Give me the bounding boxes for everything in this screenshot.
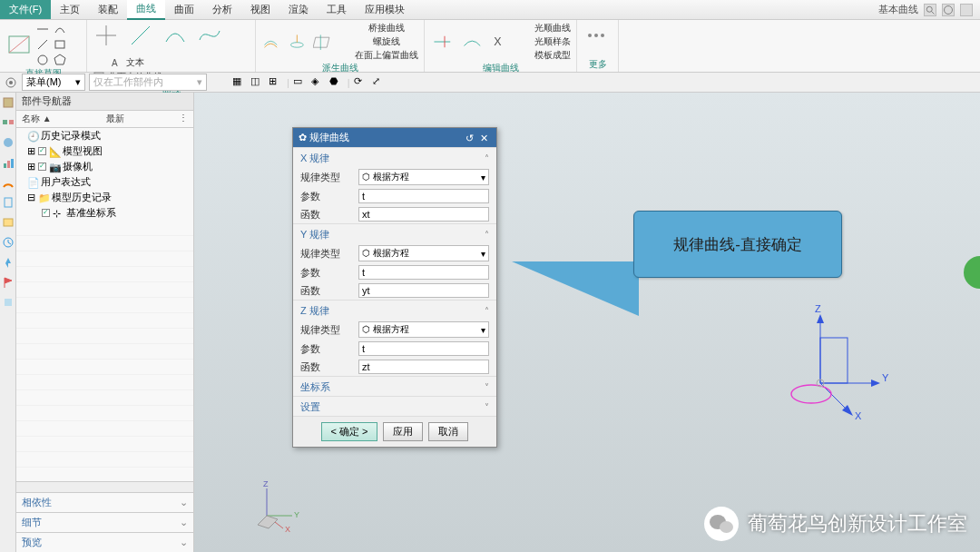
menu-tools[interactable]: 工具 [318, 0, 356, 19]
sketch-icon[interactable] [5, 31, 33, 58]
face-offset-curve[interactable]: 在面上偏置曲线 [339, 49, 418, 62]
xform-icon[interactable]: X [489, 28, 514, 55]
nav-sec-preview[interactable]: 预览⌄ [16, 532, 193, 552]
nav-item-datum-csys[interactable]: ⊹基准坐标系 [16, 205, 193, 221]
lt-nav-icon[interactable] [2, 96, 15, 109]
ok-button[interactable]: < 确定 > [321, 422, 378, 441]
more-icon[interactable] [583, 22, 610, 49]
lt-asm-icon[interactable] [2, 116, 15, 129]
nav-item-model-view[interactable]: ⊞📐模型视图 [16, 143, 193, 159]
menu-dropdown[interactable]: 菜单(M)▾ [22, 74, 85, 91]
gear-icon[interactable] [4, 75, 18, 90]
svg-point-46 [791, 385, 831, 403]
y-law-type[interactable]: ⬡ 根据方程▾ [358, 245, 489, 261]
section-z[interactable]: Z 规律˄ [293, 300, 496, 320]
length-icon[interactable] [460, 28, 485, 55]
tb-ico-8[interactable]: ⤢ [372, 75, 387, 90]
x-func[interactable]: xt [358, 207, 489, 222]
line-icon[interactable] [35, 37, 50, 52]
menu-assembly[interactable]: 装配 [89, 0, 127, 19]
menu-curve[interactable]: 曲线 [127, 0, 165, 20]
search-icon[interactable] [924, 4, 936, 16]
project-icon[interactable] [288, 28, 307, 55]
lt-pin-icon[interactable] [2, 256, 15, 269]
section-x[interactable]: X 规律˄ [293, 147, 496, 167]
section-settings[interactable]: 设置˅ [293, 396, 496, 416]
x-param[interactable]: t [358, 189, 489, 203]
nav-col-name[interactable]: 名称 ▲ [22, 113, 52, 125]
nav-item-history-mode[interactable]: 🕘历史记录模式 [16, 128, 193, 143]
min-icon[interactable] [960, 4, 973, 16]
tb-ico-4[interactable]: ▭ [293, 75, 308, 90]
tb-ico-7[interactable]: ⟳ [354, 75, 368, 90]
menu-render[interactable]: 渲染 [279, 0, 318, 19]
cross-icon[interactable] [93, 22, 120, 49]
section-csys[interactable]: 坐标系˅ [293, 376, 496, 396]
z-law-type[interactable]: ⬡ 根据方程▾ [358, 321, 489, 338]
menu-application[interactable]: 应用模块 [356, 0, 414, 19]
poly-icon[interactable] [53, 53, 67, 67]
lt-chart-icon[interactable] [2, 156, 15, 169]
circle-icon[interactable] [35, 53, 50, 67]
helix[interactable]: 螺旋线 [358, 35, 400, 48]
callout-tail [512, 261, 639, 316]
lt-radar-icon[interactable] [2, 176, 15, 189]
cancel-button[interactable]: 取消 [428, 422, 468, 441]
point-icon[interactable] [35, 22, 50, 36]
smooth-spline[interactable]: 光顺样条 [519, 35, 571, 48]
viewport[interactable]: 规律曲线-直接确定 Z Y X Z [194, 93, 980, 552]
lt-last-icon[interactable] [2, 296, 15, 309]
y-func[interactable]: yt [358, 283, 489, 298]
x-law-type[interactable]: ⬡ 根据方程▾ [358, 169, 489, 185]
help-icon[interactable] [942, 4, 955, 16]
y-param[interactable]: t [358, 265, 489, 280]
tb-ico-3[interactable]: ⊞ [269, 75, 283, 90]
rect-icon[interactable] [53, 37, 67, 52]
bridge-curve[interactable]: 桥接曲线 [353, 22, 405, 34]
menu-home[interactable]: 主页 [51, 0, 89, 19]
template-form[interactable]: 模板成型 [519, 49, 571, 62]
tb-ico-5[interactable]: ◈ [311, 75, 326, 90]
nav-sec-detail[interactable]: 细节⌄ [16, 512, 193, 532]
side-handle[interactable] [964, 256, 980, 289]
nav-item-model-history[interactable]: ⊟📁模型历史记录 [16, 190, 193, 205]
tb-ico-1[interactable]: ▦ [232, 75, 247, 90]
svg-point-28 [4, 138, 13, 147]
lt-img-icon[interactable] [2, 216, 15, 229]
z-param[interactable]: t [358, 341, 489, 356]
text-curve[interactable]: A文本 [111, 56, 144, 69]
lt-mat-icon[interactable] [2, 136, 15, 149]
arc2-icon[interactable] [162, 22, 189, 49]
svg-text:Z: Z [815, 303, 821, 314]
dialog-titlebar[interactable]: ✿ 规律曲线 ↺ ✕ [293, 128, 496, 147]
filter-dropdown[interactable]: 仅在工作部件内▾ [89, 74, 207, 91]
line2-icon[interactable] [127, 22, 154, 49]
lt-clip-icon[interactable] [2, 196, 15, 209]
offset-icon[interactable] [261, 28, 280, 55]
trim-icon[interactable] [430, 28, 455, 55]
menu-surface[interactable]: 曲面 [165, 0, 203, 19]
arc-icon[interactable] [53, 22, 67, 36]
dialog-reset-icon[interactable]: ↺ [466, 133, 476, 143]
nav-col-latest[interactable]: 最新 [106, 113, 124, 125]
lt-flag-icon[interactable] [2, 276, 15, 289]
z-func[interactable]: zt [358, 360, 489, 374]
nav-col-more[interactable]: ⋮ [179, 113, 188, 125]
section-y[interactable]: Y 规律˄ [293, 223, 496, 243]
intersect-icon[interactable] [313, 28, 332, 55]
nav-item-user-exp[interactable]: 📄用户表达式 [16, 174, 193, 190]
spline-icon[interactable] [196, 22, 223, 49]
nav-scrollbar[interactable] [16, 481, 193, 492]
apply-button[interactable]: 应用 [383, 422, 423, 441]
tb-ico-2[interactable]: ◫ [250, 75, 265, 90]
smooth-curve[interactable]: 光顺曲线 [519, 22, 571, 34]
file-menu[interactable]: 文件(F) [0, 0, 51, 19]
datum-csys[interactable]: Z Y X [784, 303, 893, 434]
tb-ico-6[interactable]: ⬣ [329, 75, 344, 90]
nav-sec-dependency[interactable]: 相依性⌄ [16, 492, 193, 512]
lt-hist-icon[interactable] [2, 236, 15, 249]
dialog-close-icon[interactable]: ✕ [480, 133, 491, 143]
menu-view[interactable]: 视图 [241, 0, 279, 19]
menu-analysis[interactable]: 分析 [203, 0, 241, 19]
nav-item-camera[interactable]: ⊞📷摄像机 [16, 159, 193, 174]
